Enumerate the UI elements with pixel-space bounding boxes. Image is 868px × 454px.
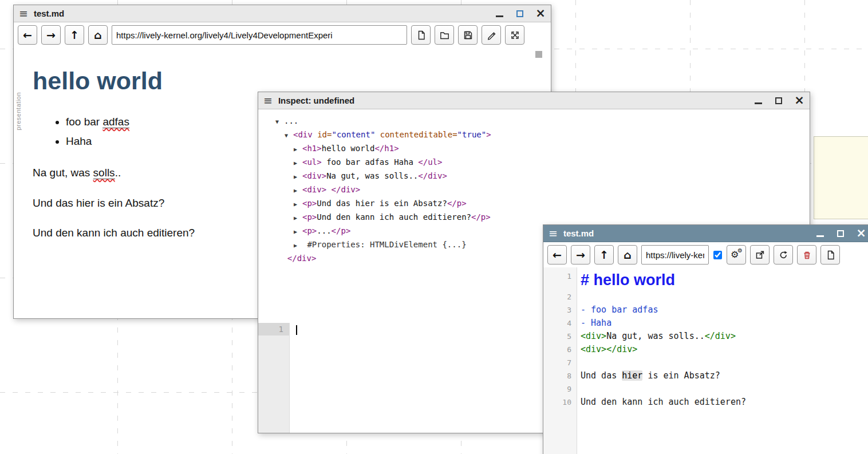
code-token: "content": [332, 130, 375, 139]
home-button[interactable]: ⌂: [88, 25, 108, 45]
minimize-button[interactable]: [494, 9, 504, 19]
inspector-line[interactable]: ▶<ul> foo bar adfas Haha </ul>: [275, 156, 804, 169]
new-file-button[interactable]: [411, 25, 431, 45]
refresh-icon: [778, 250, 789, 260]
code-token: ...: [317, 226, 331, 235]
disclosure-triangle-icon[interactable]: ▶: [294, 239, 302, 252]
up-button[interactable]: ↑: [594, 245, 614, 264]
editor-line[interactable]: 4- Haha: [543, 317, 868, 330]
disclosure-triangle-icon[interactable]: ▶: [294, 171, 302, 183]
home-button[interactable]: ⌂: [618, 245, 637, 264]
code-line: Und das hier is ein Absatz?: [577, 369, 868, 382]
new-file-icon: [416, 30, 427, 41]
maximize-button[interactable]: [515, 9, 525, 19]
line-number: 2: [543, 290, 577, 303]
disclosure-triangle-icon[interactable]: ▶: [294, 226, 302, 238]
refresh-button[interactable]: [774, 245, 793, 264]
disclosure-triangle-icon[interactable]: ▼: [275, 116, 284, 128]
editor-line[interactable]: 2: [543, 290, 868, 303]
disclosure-triangle-icon[interactable]: ▼: [285, 129, 293, 142]
misspelled-word: solls: [93, 167, 115, 179]
editor-line[interactable]: 1# hello world: [543, 270, 868, 290]
save-icon: [463, 30, 474, 41]
url-input[interactable]: [112, 25, 407, 45]
gear-small: ⚙: [737, 248, 743, 254]
line-number: 8: [543, 369, 577, 382]
markdown-source-editor[interactable]: 1# hello world23- foo bar adfas4- Haha5<…: [543, 267, 868, 454]
folder-icon: [439, 30, 450, 41]
forward-button[interactable]: →: [41, 25, 61, 45]
inspector-line[interactable]: ▶<h1>hello world</h1>: [275, 142, 804, 156]
save-button[interactable]: [458, 25, 478, 45]
line-number: 10: [543, 396, 577, 409]
inspector-line[interactable]: ▼<div id="content" contenteditable="true…: [275, 128, 804, 142]
titlebar[interactable]: ≡ test.md ×: [543, 225, 868, 242]
code-token: <p>: [302, 199, 317, 208]
code-token: <ul>: [302, 157, 322, 167]
misspelled-word-text: adfas: [102, 116, 129, 128]
back-button[interactable]: ←: [547, 245, 567, 264]
expand-button[interactable]: [505, 25, 524, 45]
back-icon: ←: [23, 30, 32, 41]
code-token: hier: [622, 370, 642, 381]
editor-line[interactable]: 9: [543, 382, 868, 396]
open-external-button[interactable]: [750, 245, 770, 264]
maximize-button[interactable]: [774, 96, 784, 106]
window-title: test.md: [34, 9, 64, 18]
forward-icon: →: [46, 30, 56, 41]
window-file-editor: ≡ test.md × ← → ↑ ⌂ ⚙⚙: [543, 224, 868, 454]
close-button[interactable]: ×: [535, 9, 546, 19]
menu-icon[interactable]: ≡: [549, 228, 558, 239]
desktop: ≡ test.md × ← → ↑ ⌂: [0, 0, 868, 454]
editor-line[interactable]: 10Und den kann ich auch editieren?: [543, 396, 868, 409]
disclosure-triangle-icon[interactable]: ▶: [294, 143, 302, 156]
minimize-button[interactable]: [815, 228, 825, 239]
up-button[interactable]: ↑: [65, 25, 84, 45]
code-token: Und den kann ich auch editieren?: [581, 397, 746, 407]
editor-line[interactable]: 8Und das hier is ein Absatz?: [543, 369, 868, 382]
close-icon: ×: [794, 94, 804, 106]
disclosure-triangle-icon[interactable]: ▶: [294, 212, 302, 224]
inspector-line[interactable]: ▶<div> </div>: [275, 183, 804, 197]
minimize-button[interactable]: [753, 96, 763, 106]
code-token: >: [486, 130, 491, 139]
scroll-handle[interactable]: [535, 51, 542, 58]
titlebar[interactable]: ≡ Inspect: undefined ×: [258, 92, 810, 109]
new-file-button[interactable]: [820, 245, 840, 264]
inspector-line[interactable]: ▶<p>Und den kann ich auch editieren?</p>: [275, 211, 804, 224]
editor-line[interactable]: 6<div></div>: [543, 343, 868, 356]
misspelled-word-text: solls: [93, 167, 115, 179]
auto-update-checkbox[interactable]: [713, 251, 722, 259]
close-button[interactable]: ×: [856, 228, 866, 239]
browser-toolbar: ← → ↑ ⌂: [14, 22, 551, 48]
delete-button[interactable]: [797, 245, 816, 264]
menu-icon[interactable]: ≡: [263, 95, 273, 106]
folder-button[interactable]: [435, 25, 454, 45]
inspector-line[interactable]: ▶<p>Und das hier is ein Absatz?</p>: [275, 197, 804, 211]
disclosure-triangle-icon[interactable]: ▶: [294, 198, 302, 211]
code-token: - Haha: [581, 318, 611, 328]
close-button[interactable]: ×: [794, 96, 804, 106]
disclosure-triangle-icon[interactable]: ▶: [294, 157, 302, 169]
titlebar[interactable]: ≡ test.md ×: [14, 5, 551, 22]
yellow-morph: [814, 136, 868, 219]
editor-line[interactable]: 5<div>Na gut, was solls..</div>: [543, 330, 868, 343]
maximize-button[interactable]: [835, 228, 846, 239]
list-item-text: foo bar: [66, 116, 102, 128]
settings-button[interactable]: ⚙⚙: [727, 245, 746, 264]
code-token: </div>: [418, 171, 447, 180]
code-token: <div>: [302, 185, 326, 194]
editor-toolbar: ← → ↑ ⌂ ⚙⚙: [543, 242, 868, 267]
forward-button[interactable]: →: [571, 245, 590, 264]
line-number: 3: [543, 303, 577, 317]
editor-line[interactable]: 3- foo bar adfas: [543, 303, 868, 317]
menu-icon[interactable]: ≡: [19, 8, 28, 19]
edit-button[interactable]: [482, 25, 501, 45]
disclosure-triangle-icon[interactable]: ▶: [294, 184, 302, 197]
inspector-line[interactable]: ▼...: [275, 115, 804, 128]
inspector-line[interactable]: ▶<div>Na gut, was solls..</div>: [275, 169, 804, 183]
code-token: foo bar adfas Haha: [322, 157, 419, 167]
url-input[interactable]: [641, 245, 709, 264]
back-button[interactable]: ←: [18, 25, 37, 45]
editor-line[interactable]: 7: [543, 356, 868, 369]
